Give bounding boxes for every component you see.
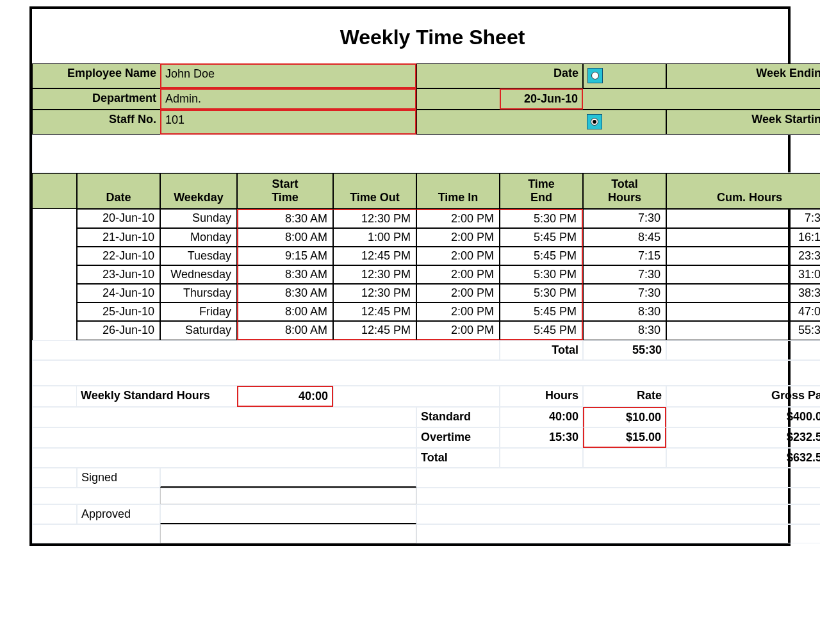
approved-label: Approved xyxy=(77,504,160,524)
row-cum-hours: 47:00 xyxy=(666,302,820,321)
col-date: Date xyxy=(77,173,160,209)
timesheet-frame: Weekly Time Sheet Employee Name John Doe… xyxy=(29,6,791,546)
row-total-hours: 8:30 xyxy=(583,321,666,340)
row-time-in[interactable]: 2:00 PM xyxy=(416,265,500,284)
row-time-end[interactable]: 5:30 PM xyxy=(500,265,583,284)
row-date: 26-Jun-10 xyxy=(77,321,160,340)
row-stub xyxy=(32,265,77,284)
row-time-in[interactable]: 2:00 PM xyxy=(416,228,500,247)
row-time-end[interactable]: 5:30 PM xyxy=(500,284,583,302)
row-weekday: Monday xyxy=(160,228,237,247)
row-weekday: Sunday xyxy=(160,209,237,228)
row-stub xyxy=(32,209,77,228)
pay-rate-label: Rate xyxy=(583,386,666,407)
page-title: Weekly Time Sheet xyxy=(32,9,820,63)
row-time-end[interactable]: 5:45 PM xyxy=(500,247,583,265)
row-time-end[interactable]: 5:45 PM xyxy=(500,302,583,321)
col-time-end: TimeEnd xyxy=(500,173,583,209)
week-ending-label: Week Ending xyxy=(666,63,820,88)
employee-name-field[interactable]: John Doe xyxy=(160,63,416,88)
pay-overtime-label: Overtime xyxy=(416,427,500,448)
row-cum-hours: 55:30 xyxy=(666,321,820,340)
row-time-out[interactable]: 12:30 PM xyxy=(333,265,416,284)
pay-standard-rate[interactable]: $10.00 xyxy=(583,407,666,427)
row-time-in[interactable]: 2:00 PM xyxy=(416,209,500,228)
row-time-out[interactable]: 1:00 PM xyxy=(333,228,416,247)
col-time-out: Time Out xyxy=(333,173,416,209)
row-time-in[interactable]: 2:00 PM xyxy=(416,302,500,321)
date-field[interactable]: 20-Jun-10 xyxy=(500,88,583,110)
row-time-out[interactable]: 12:45 PM xyxy=(333,247,416,265)
row-time-out[interactable]: 12:45 PM xyxy=(333,321,416,340)
row-total-hours: 7:15 xyxy=(583,247,666,265)
row-weekday: Friday xyxy=(160,302,237,321)
row-start-time[interactable]: 8:00 AM xyxy=(237,228,333,247)
row-start-time[interactable]: 9:15 AM xyxy=(237,247,333,265)
total-hours: 55:30 xyxy=(583,340,666,360)
row-stub xyxy=(32,302,77,321)
row-start-time[interactable]: 8:00 AM xyxy=(237,321,333,340)
row-time-end[interactable]: 5:45 PM xyxy=(500,321,583,340)
row-total-hours: 7:30 xyxy=(583,209,666,228)
row-time-end[interactable]: 5:30 PM xyxy=(500,209,583,228)
week-ending-radio[interactable] xyxy=(587,68,603,83)
row-start-time[interactable]: 8:30 AM xyxy=(237,265,333,284)
row-start-time[interactable]: 8:30 AM xyxy=(237,284,333,302)
row-weekday: Saturday xyxy=(160,321,237,340)
pay-overtime-gross: $232.50 xyxy=(666,427,820,448)
row-total-hours: 7:30 xyxy=(583,265,666,284)
row-date: 20-Jun-10 xyxy=(77,209,160,228)
row-time-end[interactable]: 5:45 PM xyxy=(500,228,583,247)
row-time-in[interactable]: 2:00 PM xyxy=(416,247,500,265)
row-cum-hours: 23:30 xyxy=(666,247,820,265)
row-cum-hours: 7:30 xyxy=(666,209,820,228)
row-time-out[interactable]: 12:45 PM xyxy=(333,302,416,321)
row-weekday: Tuesday xyxy=(160,247,237,265)
department-label: Department xyxy=(32,88,160,110)
date-label: Date xyxy=(500,63,583,88)
pay-standard-hours: 40:00 xyxy=(500,407,583,427)
col-total-hours: TotalHours xyxy=(583,173,666,209)
department-field[interactable]: Admin. xyxy=(160,88,416,110)
row-date: 23-Jun-10 xyxy=(77,265,160,284)
row-time-in[interactable]: 2:00 PM xyxy=(416,284,500,302)
pay-hours-label: Hours xyxy=(500,386,583,407)
row-start-time[interactable]: 8:00 AM xyxy=(237,302,333,321)
approved-line[interactable] xyxy=(160,504,416,524)
row-weekday: Thursday xyxy=(160,284,237,302)
pay-overtime-rate[interactable]: $15.00 xyxy=(583,427,666,448)
staff-no-label: Staff No. xyxy=(32,110,160,135)
row-time-out[interactable]: 12:30 PM xyxy=(333,284,416,302)
pay-standard-gross: $400.00 xyxy=(666,407,820,427)
row-date: 21-Jun-10 xyxy=(77,228,160,247)
col-weekday: Weekday xyxy=(160,173,237,209)
pay-overtime-hours: 15:30 xyxy=(500,427,583,448)
row-weekday: Wednesday xyxy=(160,265,237,284)
row-total-hours: 8:45 xyxy=(583,228,666,247)
row-stub xyxy=(32,321,77,340)
week-starting-label: Week Starting xyxy=(666,110,820,135)
row-start-time[interactable]: 8:30 AM xyxy=(237,209,333,228)
pay-standard-label: Standard xyxy=(416,407,500,427)
row-stub xyxy=(32,247,77,265)
col-cum-hours: Cum. Hours xyxy=(666,173,820,209)
row-stub xyxy=(32,228,77,247)
signed-line[interactable] xyxy=(160,468,416,488)
col-start-time: StartTime xyxy=(237,173,333,209)
row-stub xyxy=(32,284,77,302)
row-total-hours: 7:30 xyxy=(583,284,666,302)
pay-total-gross: $632.50 xyxy=(666,448,820,468)
row-time-out[interactable]: 12:30 PM xyxy=(333,209,416,228)
row-total-hours: 8:30 xyxy=(583,302,666,321)
pay-total-label: Total xyxy=(416,448,500,468)
row-date: 24-Jun-10 xyxy=(77,284,160,302)
week-starting-radio[interactable] xyxy=(587,114,602,129)
row-cum-hours: 16:15 xyxy=(666,228,820,247)
row-time-in[interactable]: 2:00 PM xyxy=(416,321,500,340)
pay-gross-label: Gross Pay xyxy=(666,386,820,407)
row-cum-hours: 38:30 xyxy=(666,284,820,302)
employee-name-label: Employee Name xyxy=(32,63,160,88)
row-cum-hours: 31:00 xyxy=(666,265,820,284)
staff-no-field[interactable]: 101 xyxy=(160,110,416,135)
weekly-std-value[interactable]: 40:00 xyxy=(237,386,333,407)
